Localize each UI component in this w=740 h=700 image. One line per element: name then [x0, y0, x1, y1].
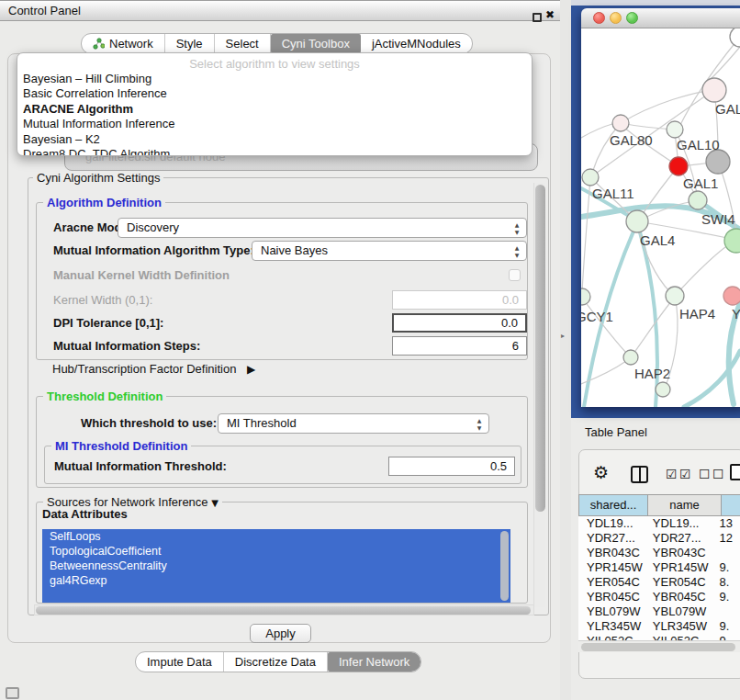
- settings-group-title: Cyni Algorithm Settings: [33, 171, 163, 185]
- table-cell: YLR345W: [578, 619, 645, 634]
- table-cell: YPR145W: [578, 560, 645, 575]
- network-node[interactable]: [689, 191, 707, 209]
- algorithm-option[interactable]: Dream8 DC_TDC Algorithm: [17, 147, 532, 156]
- table-cell: 8.: [713, 575, 740, 590]
- close-icon[interactable]: ✖: [545, 8, 555, 21]
- network-node[interactable]: [667, 121, 683, 138]
- cyni-bottom-tabbar: Impute Data Discretize Data Infer Networ…: [135, 651, 421, 672]
- table-row[interactable]: YBL079WYBL079W: [578, 604, 740, 619]
- dpi-tolerance-field[interactable]: 0.0: [392, 313, 527, 333]
- tab-style[interactable]: Style: [165, 34, 215, 53]
- table-panel-title: Table Panel: [585, 425, 647, 439]
- table-row[interactable]: YLR345WYLR345W9.: [578, 619, 740, 634]
- algorithm-option[interactable]: Bayesian – K2: [17, 132, 532, 147]
- aracne-mode-combobox[interactable]: Discovery ▲▼: [118, 218, 527, 238]
- zoom-traffic-light-icon[interactable]: [626, 12, 638, 24]
- apply-button[interactable]: Apply: [250, 624, 311, 643]
- network-node[interactable]: [723, 287, 740, 305]
- mi-threshold-field[interactable]: 0.5: [388, 457, 515, 476]
- float-window-icon[interactable]: [533, 13, 542, 22]
- network-node[interactable]: [706, 150, 730, 174]
- table-cell: [713, 546, 740, 560]
- network-node[interactable]: [730, 28, 740, 47]
- panel-divider[interactable]: [560, 0, 571, 700]
- algorithm-option[interactable]: Bayesian – Hill Climbing: [17, 72, 532, 86]
- table-cell: YLR345W: [645, 619, 714, 634]
- table-cell: YBL079W: [645, 604, 714, 619]
- network-node[interactable]: [626, 210, 648, 232]
- kernel-width-field[interactable]: 0.0: [392, 290, 527, 310]
- network-node[interactable]: [612, 115, 629, 131]
- checked-box-icon[interactable]: ☑: [666, 467, 678, 481]
- tab-infer-network[interactable]: Infer Network: [328, 652, 420, 672]
- mi-type-combobox[interactable]: Naive Bayes ▲▼: [252, 241, 527, 261]
- network-node[interactable]: [666, 287, 684, 305]
- network-node[interactable]: [582, 169, 599, 186]
- expand-arrow-icon[interactable]: ▶: [247, 363, 255, 376]
- collapse-arrow-icon[interactable]: ▼: [211, 498, 219, 508]
- network-node[interactable]: [702, 78, 726, 102]
- unchecked-box-icon[interactable]: ☐: [699, 467, 711, 481]
- algorithm-option[interactable]: Basic Correlation Inference: [17, 86, 532, 101]
- column-header-shared-name[interactable]: shared...: [578, 494, 648, 516]
- algorithm-option[interactable]: Mutual Information Inference: [17, 117, 532, 131]
- tab-impute-data[interactable]: Impute Data: [136, 652, 224, 672]
- network-edge: [631, 300, 672, 357]
- tab-discretize-data[interactable]: Discretize Data: [224, 652, 328, 672]
- network-node[interactable]: [656, 382, 670, 397]
- data-attribute-item[interactable]: TopologicalCoefficient: [42, 544, 510, 559]
- gear-icon[interactable]: ⚙: [593, 462, 609, 482]
- tab-network[interactable]: Network: [82, 34, 165, 53]
- split-view-icon[interactable]: [631, 466, 648, 483]
- kernel-width-label: Kernel Width (0,1):: [53, 290, 152, 310]
- sources-group: Sources for Network Inference ▼ Data Att…: [36, 502, 528, 604]
- data-attribute-item[interactable]: SelfLoops: [42, 529, 510, 544]
- attributes-scrollbar[interactable]: [500, 531, 509, 601]
- network-node[interactable]: [623, 350, 638, 365]
- divider-handle-icon[interactable]: ▸: [561, 332, 565, 340]
- network-node[interactable]: [669, 157, 688, 175]
- tab-cyni-toolbox[interactable]: Cyni Toolbox: [271, 34, 361, 53]
- manual-kernel-checkbox[interactable]: [509, 269, 521, 281]
- node-label: SWI4: [701, 211, 735, 227]
- algorithm-option[interactable]: ARACNE Algorithm: [17, 102, 532, 117]
- checked-box-icon[interactable]: ☑: [679, 467, 691, 481]
- tab-jactivemnodules[interactable]: jActiveMNodules: [361, 34, 472, 53]
- table-row[interactable]: YER054CYER054C8.: [578, 575, 740, 590]
- table-row[interactable]: YDR27...YDR27...12: [578, 531, 740, 546]
- network-canvas[interactable]: GAL8GAL80GAL10GAL1GAL11SWI4GAL4GCY1HAP4Y…: [581, 28, 740, 407]
- table-row[interactable]: YBR045CYBR045C9.: [578, 590, 740, 604]
- unchecked-box-icon[interactable]: ☐: [712, 467, 724, 481]
- network-window[interactable]: GAL8GAL80GAL10GAL1GAL11SWI4GAL4GCY1HAP4Y…: [581, 8, 740, 407]
- node-label: HAP4: [679, 306, 715, 322]
- minimize-traffic-light-icon[interactable]: [610, 12, 622, 24]
- table-cell: 12: [713, 531, 740, 546]
- data-attribute-item[interactable]: BetweennessCentrality: [42, 559, 510, 573]
- dpi-tolerance-label: DPI Tolerance [0,1]:: [53, 313, 163, 333]
- tab-select[interactable]: Select: [215, 34, 271, 53]
- column-header-name[interactable]: name: [648, 494, 722, 516]
- network-window-titlebar[interactable]: [581, 8, 740, 28]
- close-traffic-light-icon[interactable]: [593, 12, 605, 24]
- table-row[interactable]: YBR043CYBR043C: [578, 546, 740, 560]
- settings-vertical-scrollbar[interactable]: [533, 183, 545, 607]
- table-cell: YBR043C: [645, 546, 714, 560]
- document-icon[interactable]: [730, 464, 740, 480]
- table-rows: YDL19...YDL19...13YDR27...YDR27...12YBR0…: [578, 516, 740, 640]
- hub-definition-toggle[interactable]: Hub/Transcription Factor Definition ▶: [52, 362, 255, 377]
- minimized-panel-icon[interactable]: [6, 687, 19, 699]
- control-panel-title: Control Panel: [8, 4, 81, 17]
- table-row[interactable]: YIL052CYIL052C9.: [578, 634, 740, 640]
- network-node[interactable]: [581, 288, 590, 305]
- algorithm-dropdown-placeholder: Select algorithm to view settings: [17, 56, 532, 72]
- network-node[interactable]: [724, 229, 740, 253]
- table-row[interactable]: YDL19...YDL19...13: [578, 516, 740, 531]
- table-row[interactable]: YPR145WYPR145W9.: [578, 560, 740, 575]
- mi-steps-field[interactable]: 6: [392, 336, 527, 356]
- data-attribute-item[interactable]: gal4RGexp: [42, 573, 510, 588]
- settings-horizontal-scrollbar[interactable]: [34, 604, 534, 615]
- which-threshold-combobox[interactable]: MI Threshold ▲▼: [218, 413, 489, 434]
- table-cell: 9.: [713, 590, 740, 604]
- table-horizontal-scrollbar[interactable]: [578, 640, 740, 652]
- column-header-partial[interactable]: [722, 494, 740, 516]
